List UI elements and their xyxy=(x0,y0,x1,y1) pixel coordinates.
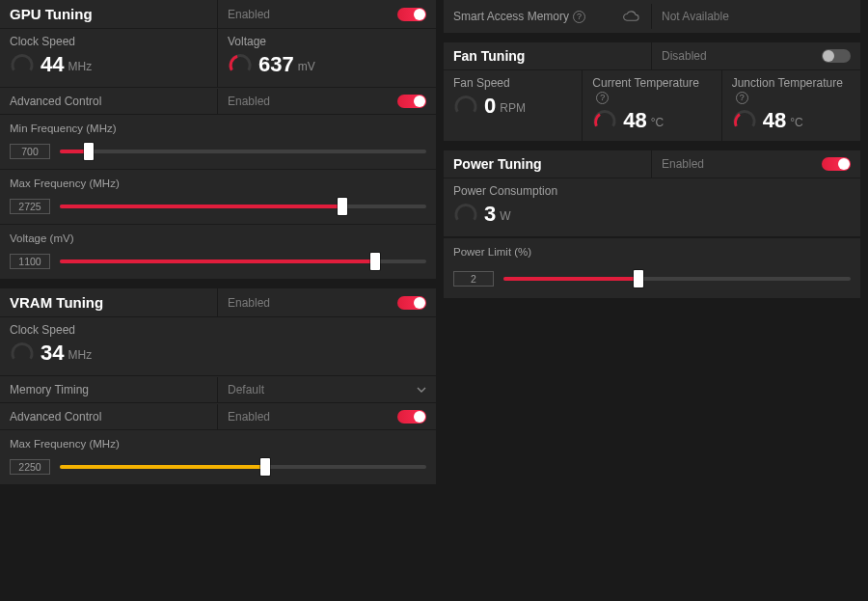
gpu-maxfreq-slider[interactable] xyxy=(60,205,426,208)
gpu-maxfreq-label: Max Frequency (MHz) xyxy=(10,178,426,189)
gpu-voltslider-slider[interactable] xyxy=(60,260,426,263)
sam-label: Smart Access Memory xyxy=(453,10,569,23)
gpu-tuning-state: Enabled xyxy=(228,8,270,21)
vram-tuning-panel: VRAM Tuning Enabled Clock Speed 34MHz Me… xyxy=(0,288,436,484)
gauge-icon xyxy=(453,202,478,227)
power-limit-label: Power Limit (%) xyxy=(453,246,851,258)
gpu-tuning-toggle[interactable] xyxy=(397,8,426,21)
vram-clock-unit: MHz xyxy=(68,348,92,364)
gpu-maxfreq-value[interactable]: 2725 xyxy=(10,199,50,214)
fan-juntemp-cell: Junction Temperature? 48°C xyxy=(722,70,860,141)
gpu-minfreq-label: Min Frequency (MHz) xyxy=(10,123,426,134)
fan-juntemp-value: 48 xyxy=(763,110,786,131)
power-state: Enabled xyxy=(662,157,704,171)
vram-clock-value: 34 xyxy=(41,342,64,364)
gpu-adv-toggle[interactable] xyxy=(397,95,426,108)
gpu-voltage-row: Voltage (mV) 1100 xyxy=(0,224,436,279)
help-icon[interactable]: ? xyxy=(736,92,748,104)
vram-memtiming-dropdown[interactable]: Default xyxy=(228,383,426,396)
fan-toggle[interactable] xyxy=(822,49,851,63)
power-toggle[interactable] xyxy=(822,157,851,171)
gpu-minfreq-row: Min Frequency (MHz) 700 xyxy=(0,115,436,169)
gpu-clock-unit: MHz xyxy=(68,60,92,75)
vram-clock-label: Clock Speed xyxy=(10,323,75,337)
vram-maxfreq-slider[interactable] xyxy=(60,465,426,469)
fan-juntemp-unit: °C xyxy=(790,116,802,131)
fan-curtemp-cell: Current Temperature? 48°C xyxy=(583,70,721,141)
vram-adv-label: Advanced Control xyxy=(10,410,101,423)
power-limit-slider[interactable] xyxy=(503,277,851,281)
fan-speed-unit: RPM xyxy=(500,101,526,117)
power-cons-value: 3 xyxy=(484,204,496,225)
power-title: Power Tuning xyxy=(453,156,542,172)
fan-curtemp-value: 48 xyxy=(623,110,646,131)
fan-tuning-panel: Fan Tuning Disabled Fan Speed 0RPM Curre… xyxy=(444,42,860,141)
vram-toggle[interactable] xyxy=(397,296,426,310)
gauge-icon xyxy=(228,52,253,77)
chevron-down-icon xyxy=(417,385,426,395)
gpu-adv-state: Enabled xyxy=(228,95,270,108)
gpu-tuning-title: GPU Tuning xyxy=(10,6,93,22)
gpu-voltage-value: 637 xyxy=(258,54,294,75)
gpu-voltage-label: Voltage xyxy=(228,35,266,48)
vram-adv-toggle[interactable] xyxy=(397,410,426,423)
fan-title: Fan Tuning xyxy=(453,48,525,64)
power-cons-unit: W xyxy=(500,209,510,225)
gpu-minfreq-slider[interactable] xyxy=(60,150,426,153)
vram-adv-state: Enabled xyxy=(228,410,270,423)
gauge-icon xyxy=(453,94,478,119)
cloud-icon xyxy=(622,10,641,23)
sam-panel: Smart Access Memory ? Not Available xyxy=(444,0,860,33)
gauge-icon xyxy=(10,52,35,77)
vram-memtiming-label: Memory Timing xyxy=(10,383,89,396)
vram-maxfreq-value[interactable]: 2250 xyxy=(10,459,50,475)
sam-status: Not Available xyxy=(662,10,729,23)
fan-curtemp-unit: °C xyxy=(651,116,664,131)
gauge-icon xyxy=(10,341,35,366)
fan-curtemp-label: Current Temperature? xyxy=(592,76,711,104)
vram-memtiming-value: Default xyxy=(228,383,264,396)
gpu-adv-label: Advanced Control xyxy=(10,95,101,108)
fan-speed-cell: Fan Speed 0RPM xyxy=(444,70,583,141)
vram-maxfreq-label: Max Frequency (MHz) xyxy=(10,438,426,450)
fan-speed-value: 0 xyxy=(484,96,496,117)
gauge-icon xyxy=(732,108,757,133)
gpu-clock-label: Clock Speed xyxy=(10,35,75,48)
gpu-minfreq-value[interactable]: 700 xyxy=(10,144,50,159)
vram-maxfreq-row: Max Frequency (MHz) 2250 xyxy=(0,430,436,484)
vram-title: VRAM Tuning xyxy=(10,294,103,311)
help-icon[interactable]: ? xyxy=(573,11,585,23)
gpu-voltslider-value[interactable]: 1100 xyxy=(10,254,50,269)
vram-state: Enabled xyxy=(228,296,270,310)
gpu-tuning-panel: GPU Tuning Enabled Clock Speed 44MHz Vol… xyxy=(0,0,436,279)
gpu-voltage-unit: mV xyxy=(298,60,315,75)
power-cons-label: Power Consumption xyxy=(453,184,557,198)
gpu-voltslider-label: Voltage (mV) xyxy=(10,232,426,244)
help-icon[interactable]: ? xyxy=(596,92,609,104)
fan-juntemp-label: Junction Temperature? xyxy=(732,76,851,104)
power-limit-value[interactable]: 2 xyxy=(453,271,494,287)
gauge-icon xyxy=(592,108,617,133)
fan-speed-label: Fan Speed xyxy=(453,76,572,90)
gpu-maxfreq-row: Max Frequency (MHz) 2725 xyxy=(0,169,436,224)
fan-state: Disabled xyxy=(662,49,707,63)
power-tuning-panel: Power Tuning Enabled Power Consumption 3… xyxy=(444,150,860,298)
gpu-clock-value: 44 xyxy=(41,54,64,75)
